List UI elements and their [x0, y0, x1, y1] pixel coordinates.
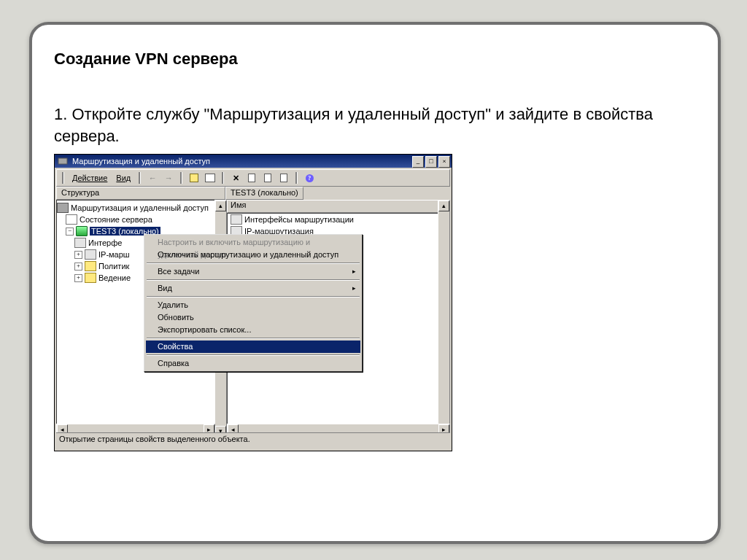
left-pane-header[interactable]: Структура: [56, 187, 225, 200]
status-bar: Открытие страницы свойств выделенного об…: [56, 432, 450, 449]
toolbar-grip-icon: [62, 172, 64, 184]
show-console-button[interactable]: [204, 171, 217, 184]
ctx-view[interactable]: Вид: [146, 282, 360, 295]
tree-item-label: Интерфе: [88, 238, 122, 247]
console-icon: [205, 174, 215, 182]
folder-icon: [85, 261, 96, 271]
slide-heading: Создание VPN сервера: [54, 50, 696, 69]
tree-root[interactable]: Маршрутизация и удаленный доступ: [57, 202, 226, 214]
delete-icon: ✕: [233, 174, 239, 182]
menu-view[interactable]: Вид: [113, 174, 133, 182]
ctx-divider: [147, 338, 360, 339]
tree-root-label: Маршрутизация и удаленный доступ: [71, 203, 209, 212]
back-button[interactable]: ←: [146, 171, 159, 184]
menu-action[interactable]: Действие: [69, 174, 110, 182]
up-folder-button[interactable]: [187, 171, 201, 184]
export-button[interactable]: [277, 171, 290, 184]
right-scrollbar-v[interactable]: ▴ ▾: [438, 200, 450, 438]
server-active-icon: [76, 226, 88, 236]
ip-icon: [85, 249, 96, 260]
ctx-help[interactable]: Справка: [146, 357, 360, 370]
toolbar-sep-icon: [139, 172, 141, 184]
properties-button[interactable]: [245, 171, 258, 184]
toolbar-sep-icon: [180, 172, 182, 184]
forward-icon: →: [165, 174, 173, 182]
right-pane-header[interactable]: TEST3 (локально): [225, 187, 303, 200]
refresh-icon: [264, 174, 271, 182]
ctx-divider: [147, 296, 360, 298]
ctx-divider: [147, 354, 360, 356]
folder-icon: [85, 273, 96, 283]
forward-button[interactable]: →: [162, 171, 175, 184]
collapse-icon[interactable]: −: [66, 228, 74, 236]
ctx-disable[interactable]: Отключить маршрутизацию и удаленный дост…: [146, 249, 360, 261]
close-button[interactable]: ×: [438, 156, 450, 168]
interface-icon: [74, 238, 86, 248]
export-icon: [280, 174, 287, 182]
ctx-all-tasks[interactable]: Все задачи: [146, 265, 360, 278]
ctx-divider: [147, 279, 360, 281]
maximize-button[interactable]: □: [425, 156, 437, 168]
ctx-refresh[interactable]: Обновить: [146, 311, 360, 324]
scroll-up-icon[interactable]: ▴: [215, 201, 226, 211]
toolbar: Действие Вид ← → ✕ ?: [56, 169, 450, 187]
context-menu: Настроить и включить маршрутизацию и уда…: [144, 234, 363, 372]
svg-rect-0: [58, 158, 67, 164]
ctx-delete[interactable]: Удалить: [146, 299, 360, 311]
refresh-button[interactable]: [261, 171, 274, 184]
server-icon: [57, 203, 69, 213]
expand-icon[interactable]: +: [74, 262, 82, 271]
tree-item-label: Политик: [98, 262, 129, 271]
list-item-label: Интерфейсы маршрутизации: [244, 215, 354, 224]
expand-icon[interactable]: +: [74, 251, 82, 259]
scroll-up-icon[interactable]: ▴: [438, 201, 449, 211]
delete-button[interactable]: ✕: [229, 171, 242, 184]
mmc-window: Маршрутизация и удаленный доступ _ □ × Д…: [54, 154, 452, 451]
toolbar-sep-icon: [222, 172, 224, 184]
app-icon: [58, 156, 68, 166]
list-item[interactable]: Интерфейсы маршрутизации: [228, 214, 449, 225]
ctx-divider: [147, 262, 360, 264]
ctx-properties[interactable]: Свойства: [146, 341, 360, 353]
window-title: Маршрутизация и удаленный доступ: [72, 157, 210, 166]
back-icon: ←: [149, 174, 157, 182]
help-icon: ?: [306, 174, 314, 182]
tree-state[interactable]: Состояние сервера: [57, 214, 226, 225]
toolbar-sep-icon: [295, 172, 298, 184]
help-button[interactable]: ?: [303, 171, 316, 184]
title-bar[interactable]: Маршрутизация и удаленный доступ _ □ ×: [55, 155, 452, 168]
minimize-button[interactable]: _: [412, 156, 424, 168]
right-column-header[interactable]: Имя: [227, 200, 450, 213]
doc-icon: [66, 214, 77, 225]
tree-state-label: Состояние сервера: [80, 215, 152, 224]
ctx-export[interactable]: Экспортировать список...: [146, 324, 360, 336]
slide-card: Создание VPN сервера 1. Откройте службу …: [29, 22, 721, 544]
interface-icon: [231, 214, 242, 225]
properties-icon: [248, 174, 255, 182]
up-folder-icon: [190, 174, 198, 182]
tree-item-label: IP-марш: [98, 250, 130, 259]
ctx-configure: Настроить и включить маршрутизацию и уда…: [146, 236, 360, 249]
expand-icon[interactable]: +: [74, 274, 82, 282]
tree-item-label: Ведение: [98, 273, 131, 282]
slide-paragraph: 1. Откройте службу "Маршрутизация и удал…: [54, 104, 696, 147]
